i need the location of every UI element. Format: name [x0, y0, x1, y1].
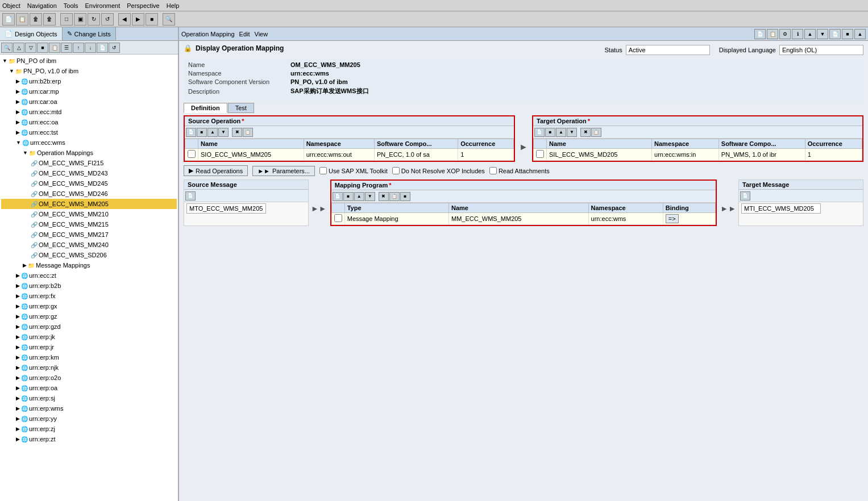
menu-perspective[interactable]: Perspective: [127, 2, 159, 9]
use-sap-xml-check[interactable]: [319, 167, 327, 174]
tree-item-erp-b2b[interactable]: ▶ 🌐 urn:erp:b2b: [1, 281, 177, 291]
expand-icon[interactable]: ▶: [16, 344, 20, 350]
expand-icon[interactable]: ▶: [16, 334, 20, 340]
tree-item-ecc-oa[interactable]: ▶ 🌐 urn:ecc:oa: [1, 117, 177, 127]
tree-item-erp-o2o[interactable]: ▶ 🌐 urn:erp:o2o: [1, 373, 177, 383]
expand-icon[interactable]: ▶: [16, 426, 20, 432]
tree-item-om-md246[interactable]: 🔗 OM_ECC_WMS_MD246: [1, 189, 177, 199]
read-attachments-label[interactable]: Read Attachments: [489, 167, 550, 174]
op-tb-btn4[interactable]: ℹ: [792, 29, 803, 39]
tb-btn-1[interactable]: 📄: [2, 13, 15, 26]
mp-btn7[interactable]: ■: [400, 192, 410, 201]
so-btn6[interactable]: 📋: [243, 128, 253, 137]
tb-btn-3[interactable]: 🗑: [30, 13, 42, 26]
tb-btn-2[interactable]: 📋: [16, 13, 28, 26]
to-btn3[interactable]: ▲: [556, 128, 566, 137]
tree-item-erp-zj[interactable]: ▶ 🌐 urn:erp:zj: [1, 424, 177, 434]
tree-item-om-mm215[interactable]: 🔗 OM_ECC_WMS_MM215: [1, 219, 177, 229]
op-tb-btn6[interactable]: ▼: [817, 29, 828, 39]
lt-btn-6[interactable]: ☰: [61, 43, 72, 53]
tab-definition[interactable]: Definition: [184, 103, 227, 113]
op-tb-btn1[interactable]: 📄: [754, 29, 766, 39]
lt-btn-10[interactable]: ↺: [109, 43, 120, 53]
tree-item-erp-sj[interactable]: ▶ 🌐 urn:erp:sj: [1, 393, 177, 403]
so-btn4[interactable]: ▼: [218, 128, 229, 137]
tb-btn-7[interactable]: ↻: [88, 13, 100, 26]
row-checkbox[interactable]: [188, 150, 196, 158]
expand-icon[interactable]: ▶: [23, 262, 27, 268]
tree-item-erp-yy[interactable]: ▶ 🌐 urn:erp:yy: [1, 414, 177, 424]
expand-icon[interactable]: ▶: [16, 89, 20, 94]
expand-icon[interactable]: ▶: [16, 303, 20, 309]
source-op-row[interactable]: SIO_ECC_WMS_MM205 urn:ecc:wms:out PN_ECC…: [185, 149, 514, 161]
expand-icon[interactable]: ▶: [16, 293, 20, 299]
expand-icon[interactable]: ▶: [16, 365, 20, 370]
to-btn2[interactable]: ■: [545, 128, 555, 137]
expand-icon[interactable]: ▼: [9, 68, 14, 74]
expand-icon[interactable]: ▶: [16, 324, 20, 329]
tree-item-ecc-wms[interactable]: ▼ 🌐 urn:ecc:wms: [1, 137, 177, 148]
menu-environment[interactable]: Environment: [85, 2, 120, 9]
tab-change-lists[interactable]: ✎ Change Lists: [63, 27, 116, 40]
tb-btn-5[interactable]: □: [60, 13, 73, 26]
expand-icon[interactable]: ▶: [16, 395, 20, 401]
expand-icon[interactable]: ▼: [2, 58, 7, 64]
expand-icon[interactable]: ▶: [16, 354, 20, 360]
row-check[interactable]: [534, 149, 547, 161]
displayed-language-input[interactable]: [779, 45, 863, 55]
mp-btn5[interactable]: ✖: [379, 192, 389, 201]
mp-btn3[interactable]: ▲: [354, 192, 364, 201]
expand-icon[interactable]: ▶: [16, 385, 20, 391]
menu-help[interactable]: Help: [167, 2, 180, 9]
menu-tools[interactable]: Tools: [64, 2, 78, 9]
target-op-row[interactable]: SIL_ECC_WMS_MD205 urn:ecc:wms:in PN_WMS,…: [534, 149, 862, 161]
tb-btn-back[interactable]: ◀: [118, 13, 131, 26]
parameters-button[interactable]: ►► Parameters...: [252, 166, 315, 176]
tree-container[interactable]: ▼ 📁 PN_PO of ibm ▼ 📁 PN_PO, v1.0 of ibm …: [0, 55, 178, 501]
tree-item-om-mm205[interactable]: 🔗 OM_ECC_WMS_MM205: [1, 199, 177, 209]
tab-test[interactable]: Test: [228, 103, 254, 113]
row-checkbox[interactable]: [334, 214, 342, 222]
op-tb-btn2[interactable]: 📋: [767, 29, 778, 39]
so-btn1[interactable]: 📄: [186, 128, 196, 137]
expand-icon[interactable]: ▶: [16, 314, 20, 319]
expand-icon[interactable]: ▶: [16, 406, 20, 411]
op-tb-btn9[interactable]: ▲: [854, 29, 866, 39]
tb-btn-10[interactable]: 🔍: [163, 13, 175, 26]
tree-item-car-oa[interactable]: ▶ 🌐 urn:car:oa: [1, 97, 177, 107]
tree-item-erp-njk[interactable]: ▶ 🌐 urn:erp:njk: [1, 362, 177, 373]
tree-item-erp-oa[interactable]: ▶ 🌐 urn:erp:oa: [1, 383, 177, 393]
tree-item-om-sd206[interactable]: 🔗 OM_ECC_WMS_SD206: [1, 250, 177, 260]
op-tb-btn7[interactable]: 📄: [829, 29, 841, 39]
menu-edit[interactable]: Edit: [239, 31, 250, 37]
tree-item-erp-zt[interactable]: ▶ 🌐 urn:erp:zt: [1, 434, 177, 444]
row-check[interactable]: [185, 149, 198, 161]
tree-item-ecc-mtd[interactable]: ▶ 🌐 urn:ecc:mtd: [1, 107, 177, 117]
tree-item-ecc-tst[interactable]: ▶ 🌐 urn:ecc:tst: [1, 127, 177, 137]
tree-item-om-mm240[interactable]: 🔗 OM_ECC_WMS_MM240: [1, 240, 177, 250]
read-operations-button[interactable]: ▶ Read Operations: [184, 165, 248, 176]
to-btn4[interactable]: ▼: [567, 128, 577, 137]
lt-btn-9[interactable]: 📄: [97, 43, 108, 53]
tm-btn1[interactable]: 📄: [740, 191, 750, 201]
tab-design-objects[interactable]: 📄 Design Objects: [0, 27, 63, 40]
tree-item-pn-po[interactable]: ▼ 📁 PN_PO of ibm: [1, 56, 177, 66]
tree-item-erp-gz[interactable]: ▶ 🌐 urn:erp:gz: [1, 311, 177, 322]
lt-btn-8[interactable]: ↓: [85, 43, 96, 53]
tree-item-erp-fx[interactable]: ▶ 🌐 urn:erp:fx: [1, 291, 177, 301]
lt-btn-5[interactable]: 📋: [49, 43, 60, 53]
to-btn6[interactable]: 📋: [591, 128, 601, 137]
tb-btn-8[interactable]: ↺: [101, 13, 114, 26]
tb-btn-forward[interactable]: ▶: [132, 13, 144, 26]
mp-btn1[interactable]: 📄: [333, 192, 343, 201]
row-check[interactable]: [331, 213, 344, 225]
expand-icon[interactable]: ▶: [16, 109, 20, 115]
to-btn5[interactable]: ✖: [580, 128, 591, 137]
lt-btn-4[interactable]: ■: [37, 43, 48, 53]
tb-btn-6[interactable]: ▣: [74, 13, 86, 26]
lt-btn-7[interactable]: ↑: [73, 43, 84, 53]
expand-icon[interactable]: ▼: [23, 150, 28, 156]
to-btn1[interactable]: 📄: [534, 128, 545, 137]
expand-icon[interactable]: ▶: [16, 436, 20, 442]
tree-item-om-fi215[interactable]: 🔗 OM_ECC_WMS_FI215: [1, 158, 177, 168]
